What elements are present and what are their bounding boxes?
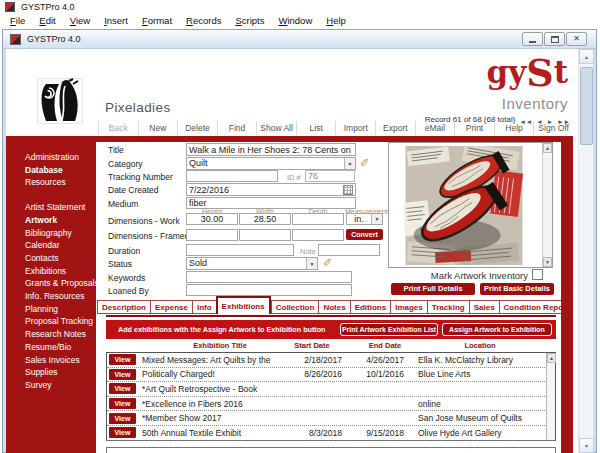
chevron-down-icon[interactable]: ▼ <box>306 258 317 269</box>
view-button[interactable]: View <box>109 413 136 424</box>
sidebar-item[interactable]: Grants & Proposals <box>6 277 96 290</box>
view-button[interactable]: View <box>109 354 136 365</box>
menu-item[interactable]: Records <box>179 15 228 26</box>
scrollbar-thumb[interactable] <box>580 67 593 145</box>
work-height-input[interactable] <box>186 213 238 225</box>
tab[interactable]: Notes <box>318 300 349 314</box>
edit-status-pencil-icon[interactable]: ✎ <box>323 255 332 268</box>
medium-label: Medium <box>108 199 138 209</box>
framed-height-input[interactable] <box>186 229 238 241</box>
title-input[interactable] <box>186 143 356 156</box>
minimize-button[interactable] <box>522 32 543 46</box>
cell-exhibition-title: *Excellence in Fibers 2016 <box>142 399 292 409</box>
window-scrollbar[interactable]: ▲ ▼ <box>578 49 593 453</box>
print-full-details-button[interactable]: Print Full Details <box>391 283 475 295</box>
tracking-number-input[interactable] <box>186 170 278 182</box>
image-scrollbar[interactable]: ▲ ▼ <box>542 143 552 267</box>
sidebar-item[interactable]: Artwork <box>6 214 96 227</box>
toolbar-button[interactable]: Delete <box>177 121 217 135</box>
calendar-icon[interactable] <box>343 185 353 195</box>
sidebar-item[interactable]: Calendar <box>6 239 96 252</box>
view-button[interactable]: View <box>109 383 136 394</box>
tab[interactable]: Images <box>390 300 427 314</box>
sidebar-item[interactable]: Contacts <box>6 252 96 265</box>
view-button[interactable]: View <box>109 369 136 380</box>
toolbar-button[interactable]: Help <box>494 121 534 135</box>
sidebar-item[interactable]: Info. Resources <box>6 290 96 303</box>
sidebar-item[interactable]: Survey <box>6 379 96 392</box>
print-artwork-exhibition-list-button[interactable]: Print Artwork Exhibition List <box>340 323 438 336</box>
chevron-down-icon[interactable]: ▼ <box>371 214 382 224</box>
print-basic-details-button[interactable]: Print Basic Details <box>480 283 554 295</box>
sidebar-item[interactable]: Resources <box>6 176 96 189</box>
mark-artwork-checkbox[interactable] <box>532 269 543 280</box>
sidebar-item[interactable]: Sales Invoices <box>6 354 96 367</box>
menu-item[interactable]: Scripts <box>228 15 271 26</box>
toolbar-button[interactable]: New <box>138 121 178 135</box>
menu-item[interactable]: Window <box>271 15 319 26</box>
tab[interactable]: Condition Report <box>499 300 561 314</box>
toolbar-button[interactable]: Import <box>335 121 375 135</box>
sidebar-item[interactable]: Research Notes <box>6 328 96 341</box>
view-button[interactable]: View <box>109 398 136 409</box>
sidebar-item[interactable]: Bibliography <box>6 227 96 240</box>
inner-titlebar[interactable]: GYSTPro 4.0 ✕ <box>3 30 596 49</box>
sidebar-item[interactable]: Supplies <box>6 366 96 379</box>
category-dropdown[interactable]: Quilt ▼ <box>186 157 356 170</box>
status-dropdown[interactable]: Sold ▼ <box>186 257 318 270</box>
toolbar-button[interactable]: Show All <box>256 121 296 135</box>
tab[interactable]: Info <box>192 300 216 314</box>
maximize-button[interactable] <box>544 32 565 46</box>
measurement-dropdown[interactable]: in. ▼ <box>346 213 383 225</box>
sidebar-item[interactable]: Exhibitions <box>6 265 96 278</box>
view-button[interactable]: View <box>109 427 136 438</box>
tab[interactable]: Expense <box>150 300 192 314</box>
date-created-input[interactable] <box>186 183 356 196</box>
table-scrollbar[interactable]: ▲ <box>546 353 555 440</box>
edit-category-pencil-icon[interactable]: ✎ <box>360 155 369 168</box>
sidebar-item[interactable]: Database <box>6 164 96 177</box>
close-button[interactable]: ✕ <box>566 32 587 46</box>
tab[interactable]: Exhibitions <box>216 296 271 314</box>
toolbar-button[interactable]: Print <box>454 121 494 135</box>
toolbar-button[interactable]: Find <box>217 121 257 135</box>
framed-width-input[interactable] <box>239 229 291 241</box>
sidebar-item[interactable]: Proposal Tracking <box>6 315 96 328</box>
menu-item[interactable]: File <box>3 15 32 26</box>
menu-item[interactable]: Format <box>135 15 179 26</box>
tab[interactable]: Editions <box>350 300 391 314</box>
menu-item[interactable]: Edit <box>32 15 62 26</box>
sidebar-item[interactable]: Planning <box>6 303 96 316</box>
image-scroll-down-icon[interactable]: ▼ <box>543 257 552 267</box>
scroll-down-button[interactable]: ▼ <box>579 438 594 453</box>
image-scroll-up-icon[interactable]: ▲ <box>543 143 552 153</box>
framed-depth-input[interactable] <box>292 229 344 241</box>
table-scroll-up-icon[interactable]: ▲ <box>547 353 556 363</box>
toolbar-button[interactable]: eMail <box>415 121 455 135</box>
chevron-down-icon[interactable]: ▼ <box>344 158 355 169</box>
tab[interactable]: Collection <box>271 300 319 314</box>
toolbar-button[interactable]: Sign Off <box>533 121 573 135</box>
work-width-input[interactable] <box>239 213 291 225</box>
scroll-up-button[interactable]: ▲ <box>579 49 594 64</box>
menu-item[interactable]: Help <box>319 15 353 26</box>
menu-item[interactable]: View <box>63 15 97 26</box>
tab[interactable]: Tracking <box>427 300 469 314</box>
convert-button[interactable]: Convert <box>346 229 383 240</box>
menu-item[interactable]: Insert <box>97 15 135 26</box>
sidebar-item[interactable]: Artist Statement <box>6 201 96 214</box>
scroll-down-icon: ▼ <box>584 443 589 449</box>
toolbar-button[interactable]: Export <box>375 121 415 135</box>
loaned-by-input[interactable] <box>186 284 352 296</box>
assign-artwork-to-exhibition-button[interactable]: Assign Artwork to Exhibition <box>442 323 552 336</box>
keywords-input[interactable] <box>186 271 352 283</box>
work-depth-input[interactable] <box>292 213 344 225</box>
duration-input[interactable] <box>186 244 294 256</box>
tab[interactable]: Description <box>97 300 150 314</box>
sidebar-item[interactable]: Resume/Bio <box>6 341 96 354</box>
tab[interactable]: Sales <box>469 300 499 314</box>
sidebar-item[interactable]: Administration <box>6 151 96 164</box>
toolbar-button[interactable]: List <box>296 121 336 135</box>
toolbar-button[interactable]: Back <box>98 121 138 135</box>
cell-start-date: 8/3/2018 <box>292 428 342 438</box>
